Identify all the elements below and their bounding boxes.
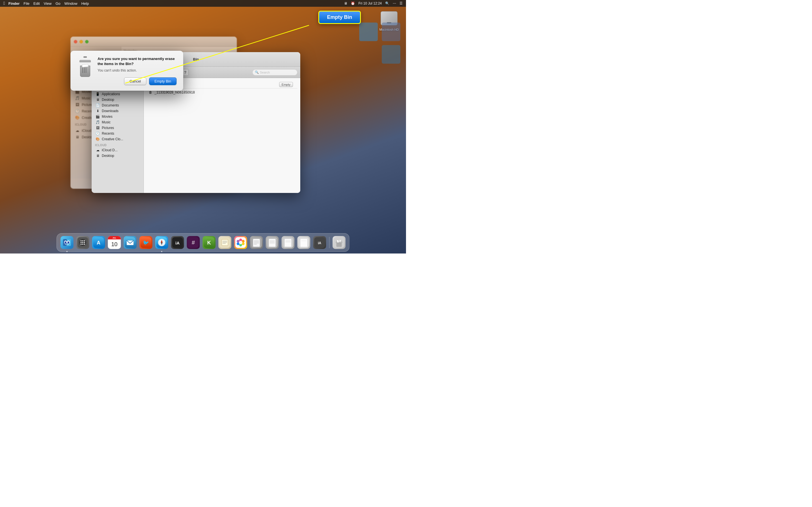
dock-item-reeder[interactable]: 🐦 — [139, 235, 153, 250]
dock-item-notes4[interactable] — [297, 235, 311, 250]
appstore-icon: A — [92, 236, 105, 249]
svg-rect-60 — [269, 239, 276, 247]
dock-item-ia[interactable]: iA — [170, 235, 185, 250]
svg-point-12 — [84, 240, 85, 241]
dock-item-notes3[interactable] — [281, 235, 296, 250]
fullscreen-button[interactable] — [85, 40, 89, 43]
dock-item-ia2[interactable]: iA — [312, 235, 327, 250]
close-button[interactable] — [74, 40, 77, 43]
svg-point-14 — [82, 242, 84, 243]
launchpad-icon — [77, 236, 89, 249]
dock-item-notes2[interactable] — [265, 235, 280, 250]
dock-divider — [329, 237, 329, 248]
sidebar-downloads[interactable]: ⬇Downloads — [92, 108, 144, 114]
empty-button-small[interactable]: Empty — [279, 82, 293, 87]
desktop-icon-3 — [382, 45, 400, 64]
time-machine-icon: ⏰ — [351, 1, 355, 5]
menubar-view[interactable]: View — [44, 1, 52, 6]
menubar-window[interactable]: Window — [64, 1, 77, 6]
menubar-finder[interactable]: Finder — [8, 1, 20, 6]
sidebar-pictures[interactable]: 🖼Pictures — [92, 125, 144, 131]
menubar-right: 🖥 ⏰ Fri 10 Jul 12:24 🔍 ⋯ ☰ — [344, 1, 403, 5]
sidebar-documents[interactable]: 📄Documents — [92, 103, 144, 108]
dock-item-safari[interactable] — [154, 235, 169, 250]
finder-dot — [66, 251, 68, 252]
search-placeholder: Search — [260, 71, 270, 74]
minimize-button[interactable] — [80, 40, 83, 43]
dock-item-appstore[interactable]: A — [91, 235, 106, 250]
svg-text:iA: iA — [175, 240, 180, 245]
bin-main: Bin Empty 🗑 _113319028_hi061850918 — [144, 78, 300, 193]
svg-text:A: A — [97, 240, 100, 245]
dock-item-slack[interactable]: # — [186, 235, 201, 250]
safari-icon — [155, 236, 168, 249]
dock-item-calendar[interactable]: JUL 10 — [107, 235, 122, 250]
dock-item-notes1[interactable] — [249, 235, 264, 250]
control-center-icon[interactable]: ⋯ — [393, 1, 396, 5]
dock-item-notefile[interactable] — [218, 235, 232, 250]
desktop-icon-2 — [359, 22, 378, 41]
cancel-button[interactable]: Cancel — [124, 77, 146, 85]
dock-item-keka[interactable]: K — [202, 235, 216, 250]
notification-icon[interactable]: ☰ — [400, 1, 403, 5]
empty-bin-confirm-button[interactable]: Empty Bin — [149, 77, 176, 85]
svg-text:#: # — [192, 239, 195, 245]
notes2-icon — [266, 236, 279, 249]
svg-point-52 — [240, 241, 242, 244]
sidebar-creative[interactable]: 🎨Creative Clo... — [92, 136, 144, 142]
alert-subtitle: You can't undo this action. — [98, 68, 176, 73]
dock-item-finder[interactable] — [60, 235, 74, 250]
svg-point-7 — [68, 241, 69, 244]
datetime: Fri 10 Jul 12:24 — [358, 1, 382, 5]
svg-point-10 — [81, 240, 82, 241]
svg-point-16 — [81, 244, 82, 245]
menubar-help[interactable]: Help — [81, 1, 89, 6]
ia2-icon: iA — [313, 236, 326, 249]
calendar-icon: JUL 10 — [108, 236, 121, 249]
sidebar-movies[interactable]: 🎬Movies — [92, 114, 144, 119]
dock-item-photos[interactable] — [234, 235, 248, 250]
alert-trash-icon — [77, 56, 93, 72]
notefile-icon — [218, 236, 232, 249]
sidebar-icloud-desktop[interactable]: 🖥Desktop — [92, 153, 144, 159]
sidebar-desktop[interactable]: 🖥Desktop — [92, 97, 144, 103]
notes4-icon — [297, 236, 310, 249]
desktop-icon-1 — [382, 22, 400, 41]
apple-menu[interactable]:  — [3, 1, 5, 6]
keka-icon: K — [203, 236, 216, 249]
sidebar-applications[interactable]: 📱Applications — [92, 91, 144, 97]
sidebar-recents[interactable]: 🕐Recents — [92, 131, 144, 136]
ia-icon: iA — [171, 236, 184, 249]
reeder-icon: 🐦 — [140, 236, 153, 249]
bin-search-box[interactable]: 🔍 Search — [252, 69, 297, 75]
alert-title: Are you sure you want to permanently era… — [98, 56, 176, 66]
menubar-go[interactable]: Go — [56, 1, 60, 6]
svg-rect-40 — [222, 239, 228, 245]
photos-icon — [234, 236, 247, 249]
slack-icon: # — [187, 236, 200, 249]
svg-rect-77 — [337, 240, 339, 243]
svg-point-11 — [82, 240, 84, 241]
alert-content: Are you sure you want to permanently era… — [77, 56, 176, 73]
dock-item-launchpad[interactable] — [75, 235, 90, 250]
dock: A JUL 10 — [57, 233, 350, 252]
menubar-file[interactable]: File — [24, 1, 30, 6]
notes3-icon — [282, 236, 295, 249]
bin-window-title: Bin — [193, 57, 199, 61]
sidebar-icloud-drive[interactable]: ☁iCloud D... — [92, 147, 144, 153]
menubar:  Finder File Edit View Go Window Help 🖥… — [0, 0, 406, 7]
sidebar-music[interactable]: 🎵Music — [92, 119, 144, 125]
dock-item-mail[interactable] — [123, 235, 138, 250]
bin-file-name: _113319028_hi061850918 — [154, 91, 195, 94]
svg-point-15 — [84, 242, 85, 243]
empty-bin-highlight-button[interactable]: Empty Bin — [318, 11, 361, 24]
desktop:  Finder File Edit View Go Window Help 🖥… — [0, 0, 406, 253]
display-icon: 🖥 — [344, 1, 347, 5]
bin-sidebar: Favourites 📡AirDrop 📱Applications 🖥Deskt… — [92, 78, 144, 193]
search-icon[interactable]: 🔍 — [385, 1, 389, 5]
svg-text:🐦: 🐦 — [143, 240, 149, 246]
dock-item-trash[interactable] — [332, 235, 347, 250]
empty-bin-highlight-area: Empty Bin — [318, 11, 361, 24]
notes1-icon — [250, 236, 263, 249]
menubar-edit[interactable]: Edit — [34, 1, 40, 6]
